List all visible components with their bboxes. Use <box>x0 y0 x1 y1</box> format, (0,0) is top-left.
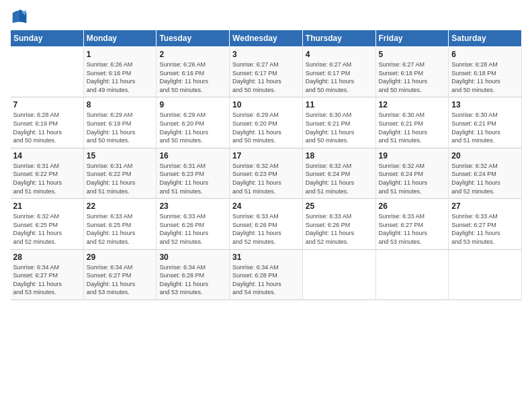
calendar-cell: 21Sunrise: 6:32 AM Sunset: 6:25 PM Dayli… <box>11 199 84 249</box>
calendar-cell: 24Sunrise: 6:33 AM Sunset: 6:26 PM Dayli… <box>230 199 303 249</box>
day-info: Sunrise: 6:31 AM Sunset: 6:23 PM Dayligh… <box>159 162 226 195</box>
day-info: Sunrise: 6:34 AM Sunset: 6:27 PM Dayligh… <box>87 263 154 297</box>
day-number: 18 <box>306 151 373 161</box>
calendar-cell: 18Sunrise: 6:32 AM Sunset: 6:24 PM Dayli… <box>302 148 375 198</box>
day-number: 23 <box>159 201 226 211</box>
day-info: Sunrise: 6:33 AM Sunset: 6:26 PM Dayligh… <box>306 212 373 246</box>
day-number: 24 <box>232 201 300 211</box>
day-info: Sunrise: 6:32 AM Sunset: 6:24 PM Dayligh… <box>451 162 519 195</box>
day-info: Sunrise: 6:26 AM Sunset: 6:16 PM Dayligh… <box>87 60 154 94</box>
header-sunday: Sunday <box>11 30 84 47</box>
calendar-cell: 13Sunrise: 6:30 AM Sunset: 6:21 PM Dayli… <box>449 97 522 148</box>
day-number: 20 <box>451 151 519 161</box>
day-info: Sunrise: 6:33 AM Sunset: 6:26 PM Dayligh… <box>232 212 300 246</box>
day-info: Sunrise: 6:32 AM Sunset: 6:24 PM Dayligh… <box>306 162 373 195</box>
day-info: Sunrise: 6:34 AM Sunset: 6:28 PM Dayligh… <box>159 263 226 297</box>
calendar-week-2: 7Sunrise: 6:28 AM Sunset: 6:19 PM Daylig… <box>11 97 522 148</box>
day-number: 13 <box>451 100 519 109</box>
day-number: 21 <box>13 201 81 211</box>
calendar-cell: 25Sunrise: 6:33 AM Sunset: 6:26 PM Dayli… <box>302 199 375 249</box>
day-number: 8 <box>87 100 154 109</box>
calendar-cell: 27Sunrise: 6:33 AM Sunset: 6:27 PM Dayli… <box>449 199 522 249</box>
calendar-cell: 4Sunrise: 6:27 AM Sunset: 6:17 PM Daylig… <box>302 47 375 97</box>
day-info: Sunrise: 6:27 AM Sunset: 6:17 PM Dayligh… <box>306 60 373 94</box>
calendar-cell: 3Sunrise: 6:27 AM Sunset: 6:17 PM Daylig… <box>230 47 303 97</box>
day-number: 1 <box>87 50 154 59</box>
calendar-cell: 30Sunrise: 6:34 AM Sunset: 6:28 PM Dayli… <box>157 249 230 300</box>
calendar-table: SundayMondayTuesdayWednesdayThursdayFrid… <box>10 30 522 300</box>
day-info: Sunrise: 6:32 AM Sunset: 6:24 PM Dayligh… <box>379 162 446 195</box>
calendar-cell: 15Sunrise: 6:31 AM Sunset: 6:22 PM Dayli… <box>83 148 157 198</box>
calendar-cell: 29Sunrise: 6:34 AM Sunset: 6:27 PM Dayli… <box>83 249 157 300</box>
logo <box>10 7 32 26</box>
calendar-header-row: SundayMondayTuesdayWednesdayThursdayFrid… <box>11 30 522 47</box>
day-number: 15 <box>87 151 154 161</box>
calendar-cell: 5Sunrise: 6:27 AM Sunset: 6:18 PM Daylig… <box>375 47 449 97</box>
day-number: 2 <box>159 50 226 59</box>
day-info: Sunrise: 6:33 AM Sunset: 6:27 PM Dayligh… <box>379 212 446 246</box>
header-thursday: Thursday <box>302 30 375 47</box>
day-number: 11 <box>306 100 373 109</box>
day-number: 9 <box>159 100 226 109</box>
day-info: Sunrise: 6:29 AM Sunset: 6:20 PM Dayligh… <box>159 111 226 144</box>
day-number: 4 <box>306 50 373 59</box>
calendar-cell: 28Sunrise: 6:34 AM Sunset: 6:27 PM Dayli… <box>11 249 84 300</box>
day-info: Sunrise: 6:32 AM Sunset: 6:23 PM Dayligh… <box>232 162 300 195</box>
day-info: Sunrise: 6:33 AM Sunset: 6:25 PM Dayligh… <box>87 212 154 246</box>
calendar-cell: 12Sunrise: 6:30 AM Sunset: 6:21 PM Dayli… <box>375 97 449 148</box>
day-number: 27 <box>451 201 519 211</box>
day-info: Sunrise: 6:30 AM Sunset: 6:21 PM Dayligh… <box>306 111 373 144</box>
calendar-cell: 23Sunrise: 6:33 AM Sunset: 6:26 PM Dayli… <box>157 199 230 249</box>
day-info: Sunrise: 6:30 AM Sunset: 6:21 PM Dayligh… <box>379 111 446 144</box>
calendar-cell: 22Sunrise: 6:33 AM Sunset: 6:25 PM Dayli… <box>83 199 157 249</box>
day-info: Sunrise: 6:32 AM Sunset: 6:25 PM Dayligh… <box>13 212 81 246</box>
calendar-cell: 26Sunrise: 6:33 AM Sunset: 6:27 PM Dayli… <box>375 199 449 249</box>
calendar-cell: 9Sunrise: 6:29 AM Sunset: 6:20 PM Daylig… <box>157 97 230 148</box>
header-monday: Monday <box>83 30 157 47</box>
calendar-cell: 1Sunrise: 6:26 AM Sunset: 6:16 PM Daylig… <box>83 47 157 97</box>
calendar-cell: 11Sunrise: 6:30 AM Sunset: 6:21 PM Dayli… <box>302 97 375 148</box>
calendar-cell: 17Sunrise: 6:32 AM Sunset: 6:23 PM Dayli… <box>230 148 303 198</box>
calendar-cell <box>11 47 84 97</box>
day-info: Sunrise: 6:27 AM Sunset: 6:17 PM Dayligh… <box>232 60 300 94</box>
page: SundayMondayTuesdayWednesdayThursdayFrid… <box>0 0 532 411</box>
header-tuesday: Tuesday <box>157 30 230 47</box>
day-number: 7 <box>13 100 81 109</box>
day-info: Sunrise: 6:30 AM Sunset: 6:21 PM Dayligh… <box>451 111 519 144</box>
calendar-cell: 7Sunrise: 6:28 AM Sunset: 6:19 PM Daylig… <box>11 97 84 148</box>
day-number: 3 <box>232 50 300 59</box>
day-number: 16 <box>159 151 226 161</box>
day-info: Sunrise: 6:31 AM Sunset: 6:22 PM Dayligh… <box>13 162 81 195</box>
calendar-cell: 20Sunrise: 6:32 AM Sunset: 6:24 PM Dayli… <box>449 148 522 198</box>
day-number: 10 <box>232 100 300 109</box>
calendar-cell <box>302 249 375 300</box>
calendar-week-3: 14Sunrise: 6:31 AM Sunset: 6:22 PM Dayli… <box>11 148 522 198</box>
calendar-week-4: 21Sunrise: 6:32 AM Sunset: 6:25 PM Dayli… <box>11 199 522 249</box>
calendar-week-5: 28Sunrise: 6:34 AM Sunset: 6:27 PM Dayli… <box>11 249 522 300</box>
day-number: 26 <box>379 201 446 211</box>
calendar-cell: 14Sunrise: 6:31 AM Sunset: 6:22 PM Dayli… <box>11 148 84 198</box>
logo-icon <box>10 7 29 26</box>
day-info: Sunrise: 6:34 AM Sunset: 6:27 PM Dayligh… <box>13 263 81 297</box>
calendar-cell: 2Sunrise: 6:26 AM Sunset: 6:16 PM Daylig… <box>157 47 230 97</box>
calendar-cell: 10Sunrise: 6:29 AM Sunset: 6:20 PM Dayli… <box>230 97 303 148</box>
calendar-cell: 16Sunrise: 6:31 AM Sunset: 6:23 PM Dayli… <box>157 148 230 198</box>
day-info: Sunrise: 6:33 AM Sunset: 6:26 PM Dayligh… <box>159 212 226 246</box>
day-number: 25 <box>306 201 373 211</box>
day-number: 28 <box>13 253 81 262</box>
day-number: 6 <box>451 50 519 59</box>
day-info: Sunrise: 6:28 AM Sunset: 6:18 PM Dayligh… <box>451 60 519 94</box>
header-saturday: Saturday <box>449 30 522 47</box>
day-number: 22 <box>87 201 154 211</box>
calendar-cell: 31Sunrise: 6:34 AM Sunset: 6:28 PM Dayli… <box>230 249 303 300</box>
day-info: Sunrise: 6:33 AM Sunset: 6:27 PM Dayligh… <box>451 212 519 246</box>
header <box>10 7 522 26</box>
day-info: Sunrise: 6:34 AM Sunset: 6:28 PM Dayligh… <box>232 263 300 297</box>
calendar-week-1: 1Sunrise: 6:26 AM Sunset: 6:16 PM Daylig… <box>11 47 522 97</box>
day-info: Sunrise: 6:29 AM Sunset: 6:20 PM Dayligh… <box>232 111 300 144</box>
day-number: 29 <box>87 253 154 262</box>
day-info: Sunrise: 6:27 AM Sunset: 6:18 PM Dayligh… <box>379 60 446 94</box>
calendar-cell <box>449 249 522 300</box>
day-info: Sunrise: 6:28 AM Sunset: 6:19 PM Dayligh… <box>13 111 81 144</box>
day-number: 31 <box>232 253 300 262</box>
